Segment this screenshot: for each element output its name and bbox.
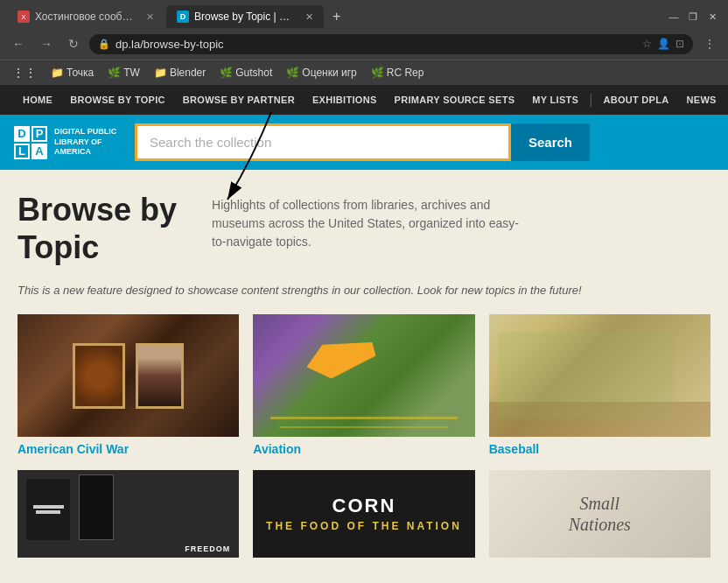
forward-button[interactable]: → [35, 33, 58, 54]
tab-2[interactable]: D Browse by Topic | DPLA ✕ [166, 5, 324, 28]
topic-img-aviation [253, 314, 474, 437]
dpla-top-nav: HOME BROWSE BY TOPIC BROWSE BY PARTNER E… [0, 85, 728, 115]
logo-p: P [32, 126, 47, 142]
bm-ratings-label: Оценки игр [302, 67, 356, 79]
corn-title: CORN [332, 495, 396, 516]
topic-label-aviation: Aviation [253, 442, 474, 456]
bookmark-blender[interactable]: 📁 Blender [149, 65, 211, 81]
dpla-header: D P L A DIGITAL PUBLIC LIBRARY OF AMERIC… [0, 115, 728, 170]
baseball-field [498, 332, 673, 419]
tab1-close[interactable]: ✕ [146, 11, 154, 23]
tab2-close[interactable]: ✕ [305, 11, 313, 23]
nav-news[interactable]: NEWS [678, 86, 725, 114]
logo-subtitle: DIGITAL PUBLIC LIBRARY OF AMERICA [54, 127, 124, 158]
search-input[interactable] [135, 123, 511, 161]
nav-my-lists[interactable]: MY LISTS [523, 86, 587, 114]
url-bar[interactable]: 🔒 dp.la/browse-by-topic ☆ 👤 ⊡ [89, 34, 693, 54]
tab1-title: Хостинговое сообщество «Ti» [35, 11, 137, 23]
bookmark-rc[interactable]: 🌿 RC Rep [366, 65, 430, 81]
tab-bar: X Хостинговое сообщество «Ti» ✕ D Browse… [0, 0, 728, 28]
back-button[interactable]: ← [7, 33, 30, 54]
bookmark-ratings[interactable]: 🌿 Оценки игр [281, 65, 361, 81]
civil-rights-person [79, 474, 114, 540]
topic-card-small-nations[interactable]: SmallNationes [489, 470, 710, 558]
bm-gutshot-label: Gutshot [235, 67, 272, 79]
page-description: Highlights of collections from libraries… [212, 196, 527, 251]
topic-card-civil-rights[interactable]: FREEDOM [18, 470, 239, 558]
civil-war-portrait-1 [73, 343, 125, 409]
main-content: Browse byTopic Highlights of collections… [0, 170, 728, 558]
aviation-plane [303, 333, 380, 384]
nav-bar: ← → ↻ 🔒 dp.la/browse-by-topic ☆ 👤 ⊡ ⋮ [0, 28, 728, 60]
nav-exhibitions[interactable]: EXHIBITIONS [304, 86, 386, 114]
feature-notice: This is a new feature designed to showca… [18, 280, 710, 300]
dpla-logo: D P L A DIGITAL PUBLIC LIBRARY OF AMERIC… [14, 126, 124, 159]
logo-grid: D P L A [14, 126, 47, 159]
topic-card-baseball[interactable]: Baseball [489, 314, 710, 456]
logo-a: A [32, 144, 47, 159]
topic-card-corn[interactable]: CORN THE FOOD OF THE NATION [253, 470, 474, 558]
close-button[interactable]: ✕ [704, 8, 721, 25]
star-icon[interactable]: ☆ [642, 38, 652, 50]
sign-text1 [33, 505, 64, 509]
window-controls: — ❐ ✕ [665, 8, 721, 25]
search-wrapper: Search [135, 123, 590, 161]
page-header: Browse byTopic Highlights of collections… [18, 191, 710, 266]
topic-img-civil-rights: FREEDOM [18, 470, 239, 558]
tab2-title: Browse by Topic | DPLA [194, 11, 297, 23]
nav-primary-sources[interactable]: PRIMARY SOURCE SETS [386, 86, 524, 114]
aviation-runway [270, 417, 457, 419]
bookmark-apps[interactable]: ⋮⋮ [7, 64, 42, 81]
topic-img-civil-war [18, 314, 239, 437]
bookmark-bar: ⋮⋮ 📁 Точка 🌿 TW 📁 Blender 🌿 Gutshot 🌿 Оц… [0, 60, 728, 85]
lock-icon: 🔒 [98, 39, 110, 50]
topic-img-corn: CORN THE FOOD OF THE NATION [253, 470, 474, 558]
search-button[interactable]: Search [511, 123, 590, 161]
new-tab-button[interactable]: + [326, 5, 347, 28]
logo-d: D [14, 126, 30, 142]
nav-browse-partner[interactable]: BROWSE BY PARTNER [174, 86, 304, 114]
nav-about[interactable]: ABOUT DPLA [594, 86, 677, 114]
url-icons: ☆ 👤 ⊡ [642, 38, 684, 50]
civil-war-portrait-2 [136, 343, 184, 409]
bm-blender-label: Blender [170, 67, 206, 79]
bm-tochka-label: Точка [66, 67, 94, 79]
aviation-runway2 [279, 426, 448, 428]
tab1-favicon: X [18, 11, 30, 23]
tab2-favicon: D [177, 11, 189, 23]
browser-chrome: X Хостинговое сообщество «Ti» ✕ D Browse… [0, 0, 728, 85]
sign-text2 [36, 510, 60, 514]
topic-img-small-nations: SmallNationes [489, 470, 710, 558]
share-icon[interactable]: ⊡ [676, 38, 684, 50]
topic-img-baseball [489, 314, 710, 437]
logo-l: L [14, 144, 30, 159]
bookmark-tochka[interactable]: 📁 Точка [46, 65, 99, 81]
topic-grid: American Civil War Aviation Baseball [18, 314, 710, 558]
maximize-button[interactable]: ❐ [684, 8, 702, 25]
menu-button[interactable]: ⋮ [698, 33, 721, 54]
small-nations-text: SmallNationes [569, 493, 631, 535]
topic-label-civil-war: American Civil War [18, 442, 239, 456]
nav-divider: | [587, 92, 594, 108]
minimize-button[interactable]: — [665, 8, 682, 25]
bm-tw-label: TW [123, 67, 140, 79]
nav-home[interactable]: HOME [14, 86, 61, 114]
civil-rights-sign1 [26, 479, 70, 540]
corn-subtitle: THE FOOD OF THE NATION [266, 520, 462, 532]
tab-1[interactable]: X Хостинговое сообщество «Ti» ✕ [7, 5, 164, 28]
topic-card-aviation[interactable]: Aviation [253, 314, 474, 456]
profile-icon[interactable]: 👤 [657, 38, 670, 50]
reload-button[interactable]: ↻ [63, 33, 84, 54]
bookmark-gutshot[interactable]: 🌿 Gutshot [214, 65, 277, 81]
url-text: dp.la/browse-by-topic [116, 38, 637, 51]
page-title: Browse byTopic [18, 191, 177, 266]
nav-browse-topic[interactable]: BROWSE BY TOPIC [61, 86, 174, 114]
topic-label-baseball: Baseball [489, 442, 710, 456]
bookmark-tw[interactable]: 🌿 TW [102, 65, 145, 81]
topic-card-civil-war[interactable]: American Civil War [18, 314, 239, 456]
civil-rights-freedom: FREEDOM [185, 544, 230, 553]
bm-rc-label: RC Rep [387, 67, 424, 79]
